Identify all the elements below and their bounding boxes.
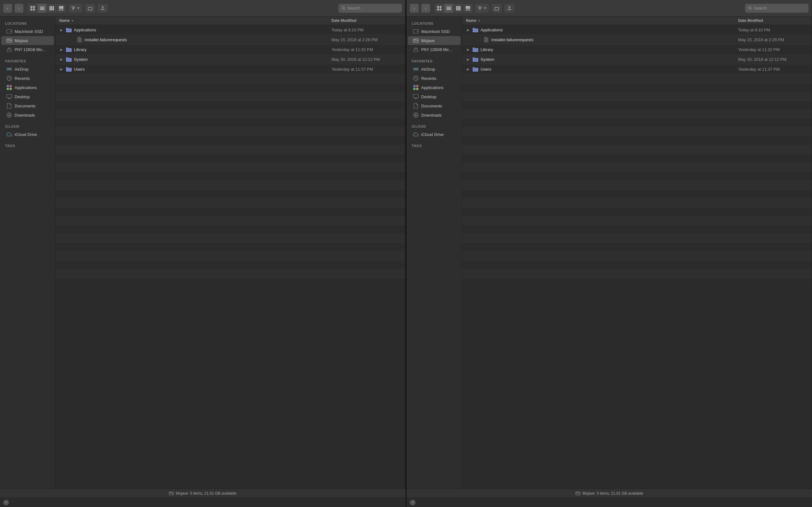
sidebar-item-downloads-r[interactable]: Downloads — [408, 111, 461, 119]
disclosure-triangle[interactable]: ▶ — [59, 27, 64, 32]
file-row-installer[interactable]: ▶ installer.failurerequests May 15, 2018… — [55, 35, 405, 45]
disclosure-triangle[interactable]: ▶ — [466, 27, 470, 32]
documents-icon — [6, 103, 12, 109]
sidebar-item-mojave-r[interactable]: Mojave — [408, 36, 461, 45]
view-columns-left[interactable] — [47, 4, 56, 13]
search-input-left[interactable] — [347, 6, 399, 10]
svg-point-65 — [415, 68, 417, 70]
file-row-library-r[interactable]: ▶ Library Yesterday at 11:32 PM — [462, 45, 812, 55]
file-date: Today at 8:10 PM — [332, 27, 401, 32]
action-upload-right[interactable] — [504, 4, 514, 13]
sidebar-item-icloud-drive-r[interactable]: iCloud Drive — [408, 130, 461, 139]
disclosure-triangle[interactable]: ▶ — [466, 57, 470, 61]
sort-button-right[interactable]: ▼ — [475, 4, 489, 13]
file-row-library[interactable]: ▶ Library Yesterday at 11:32 PM — [55, 45, 405, 55]
action-share-right[interactable] — [492, 4, 502, 13]
toolbar-left: ‹ › ▼ — [0, 0, 405, 16]
downloads-icon — [413, 112, 419, 118]
view-gallery-right[interactable] — [463, 4, 473, 13]
action-share-left[interactable] — [85, 4, 95, 13]
view-list-left[interactable] — [38, 4, 47, 13]
sidebar-label: AirDrop — [421, 67, 435, 72]
svg-rect-8 — [51, 6, 52, 10]
sort-button-left[interactable]: ▼ — [68, 4, 83, 13]
svg-rect-52 — [478, 8, 481, 9]
svg-rect-64 — [415, 48, 417, 49]
disclosure-triangle[interactable]: ▶ — [466, 67, 470, 71]
file-row-applications-r[interactable]: ▶ Applications Today at 8:10 PM — [462, 25, 812, 35]
sidebar-item-documents-r[interactable]: Documents — [408, 101, 461, 110]
sidebar-item-mojave[interactable]: Mojave — [1, 36, 54, 45]
sidebar-label: Downloads — [14, 113, 35, 118]
finder-window-right: ‹ › ▼ — [407, 0, 812, 489]
search-input-right[interactable] — [754, 6, 805, 10]
view-columns-right[interactable] — [454, 4, 463, 13]
svg-rect-51 — [478, 7, 482, 7]
folder-icon — [472, 56, 478, 62]
view-icon-left[interactable] — [28, 4, 38, 13]
file-row-system-r[interactable]: ▶ System May 30, 2018 at 12:12 PM — [462, 55, 812, 64]
bottom-bar-row: ✕ ✕ — [0, 498, 812, 507]
col-date-right: Date Modified — [738, 18, 808, 23]
disclosure-triangle[interactable]: ▶ — [466, 47, 470, 52]
action-upload-left[interactable] — [98, 4, 108, 13]
hdd-icon — [413, 29, 419, 34]
file-date: Yesterday at 11:32 PM — [332, 47, 401, 52]
svg-point-79 — [579, 493, 580, 494]
disclosure-triangle[interactable]: ▶ — [59, 47, 64, 52]
sidebar-item-downloads[interactable]: Downloads — [1, 111, 54, 119]
back-button-left[interactable]: ‹ — [3, 4, 12, 13]
sidebar-item-pny[interactable]: PNY 128GB Mic... — [1, 45, 54, 54]
sidebar-label: Recents — [14, 76, 30, 81]
sidebar-item-applications-r[interactable]: Applications — [408, 83, 461, 92]
sidebar-item-documents[interactable]: Documents — [1, 101, 54, 110]
file-name: Library — [74, 47, 87, 52]
disclosure-triangle[interactable]: ▶ — [59, 67, 64, 71]
col-name-right[interactable]: Name ▼ — [466, 18, 738, 23]
search-bar-left[interactable] — [339, 4, 402, 13]
col-name-left[interactable]: Name ▼ — [59, 18, 332, 23]
svg-point-28 — [8, 68, 10, 70]
close-button-right[interactable]: ✕ — [410, 500, 415, 505]
forward-button-right[interactable]: › — [421, 4, 430, 13]
view-gallery-left[interactable] — [56, 4, 66, 13]
sidebar-item-recents-r[interactable]: Recents — [408, 74, 461, 83]
sidebar-item-macintosh-ssd-r[interactable]: Macintosh SSD — [408, 27, 461, 36]
sidebar-item-macintosh-ssd[interactable]: Macintosh SSD — [1, 27, 54, 36]
forward-button-left[interactable]: › — [14, 4, 23, 13]
file-name: Users — [480, 67, 491, 72]
sidebar-item-desktop-r[interactable]: Desktop — [408, 92, 461, 101]
file-date: May 15, 2018 at 2:28 PM — [332, 38, 401, 42]
sidebar-item-desktop[interactable]: Desktop — [1, 92, 54, 101]
sidebar-item-applications[interactable]: Applications — [1, 83, 54, 92]
back-button-right[interactable]: ‹ — [410, 4, 419, 13]
svg-rect-24 — [7, 40, 10, 40]
toolbar-right: ‹ › ▼ — [407, 0, 812, 16]
search-bar-right[interactable] — [745, 4, 809, 13]
file-row-applications[interactable]: ▶ Applications Today at 8:10 PM — [55, 25, 405, 35]
status-bar-right: Mojave 5 items, 21.01 GB available — [407, 489, 812, 498]
sidebar-item-recents[interactable]: Recents — [1, 74, 54, 83]
sidebar-item-icloud-drive[interactable]: iCloud Drive — [1, 130, 54, 139]
close-button-left[interactable]: ✕ — [3, 500, 9, 505]
sidebar-label: Downloads — [421, 113, 442, 118]
svg-point-19 — [342, 7, 344, 9]
file-row-users[interactable]: ▶ Users Yesterday at 11:37 PM — [55, 64, 405, 74]
file-row-installer-r[interactable]: ▶ installer.failurerequests May 15, 2018… — [462, 35, 812, 45]
svg-rect-69 — [413, 88, 415, 90]
view-list-right[interactable] — [444, 4, 454, 13]
view-icon-right[interactable] — [435, 4, 444, 13]
svg-point-76 — [172, 493, 173, 494]
sidebar-item-airdrop-r[interactable]: AirDrop — [408, 65, 461, 73]
disclosure-triangle[interactable]: ▶ — [59, 57, 64, 61]
sidebar-label: iCloud Drive — [421, 132, 444, 137]
svg-rect-3 — [33, 9, 35, 10]
sidebar-item-pny-r[interactable]: PNY 128GB Mic... — [408, 45, 461, 54]
file-row-users-r[interactable]: ▶ Users Yesterday at 11:37 PM — [462, 64, 812, 74]
svg-rect-0 — [31, 6, 32, 8]
sidebar-item-airdrop[interactable]: AirDrop — [1, 65, 54, 73]
svg-rect-78 — [576, 493, 578, 493]
icloud-label-right: iCloud — [407, 122, 462, 130]
file-name: Users — [74, 67, 85, 72]
file-row-system[interactable]: ▶ System May 30, 2018 at 12:12 PM — [55, 55, 405, 64]
